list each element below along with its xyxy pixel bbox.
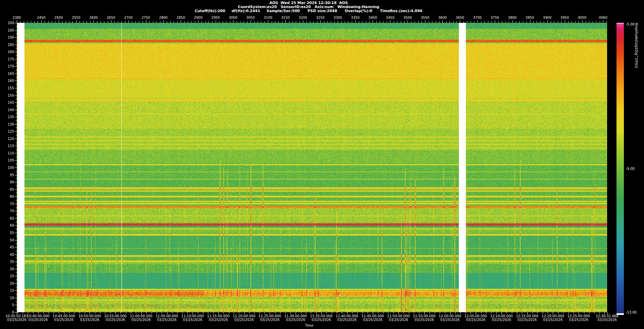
top-axis-tick-label: 2700 [124,16,132,19]
top-axis-tick-label: 3500 [404,16,412,19]
top-axis-tick-label: 3800 [508,16,517,19]
top-axis-tick-label: 3650 [456,16,464,19]
time-axis-tick-label: 12:25:00.000 03/25/2026 [568,314,590,322]
left-axis-tick-label: 130 [0,123,14,126]
top-axis-tick-label: 3900 [543,16,551,19]
left-axis-tick-label: 15 [0,289,14,292]
time-axis-tick-label: 11:00:00.000 03/25/2026 [130,314,152,322]
time-axis-tick-label: 10:40:00.000 03/25/2026 [27,314,49,322]
colorbar-tick-label: -9.00 [626,167,635,171]
top-axis-tick-label: 3350 [351,16,360,19]
time-axis-tick-label: 11:55:00.000 03/25/2026 [413,314,435,322]
time-axis-tick-label: 10:35:50.187 03/25/2026 [5,314,28,322]
time-axis-tick-label: 11:40:00.000 03/25/2026 [336,314,358,322]
left-axis-tick-label: 65 [0,217,14,220]
aos-spectrogram-window: AOS Wed 25 Mar 2026 12:30:18 AOS CoordSy… [0,0,644,329]
left-axis-tick-label: 140 [0,108,14,112]
left-axis-tick-label: 5 [0,303,14,307]
axes-ticks-layer [0,0,644,329]
left-axis-tick-label: 185 [0,43,14,47]
left-axis-tick-label: 135 [0,115,14,119]
left-axis-tick-label: 160 [0,79,14,83]
colorbar-tick-label: -5.00 [626,23,635,26]
left-axis-tick-label: 45 [0,246,14,249]
left-axis-tick-label: 50 [0,239,14,242]
time-axis-tick-label: 12:00:00.000 03/25/2026 [439,314,461,322]
left-axis-tick-label: 25 [0,275,14,278]
top-axis-tick-label: 3750 [491,16,499,19]
top-axis-tick-label: 2550 [72,16,80,19]
time-axis-tick-label: 11:50:00.000 03/25/2026 [387,314,410,322]
top-axis-tick-label: 3100 [264,16,272,19]
left-axis-tick-label: 200 [0,21,14,25]
time-axis-tick-label: 12:10:00.000 03/25/2026 [490,314,513,322]
left-axis-tick-label: 95 [0,174,14,177]
left-axis-tick-label: 40 [0,253,14,256]
left-axis-tick-label: 80 [0,195,14,198]
time-axis-tick-label: 12:20:00.000 03/25/2026 [542,314,564,322]
top-axis-tick-label: 2800 [159,16,167,19]
top-axis-tick-label: 2950 [211,16,220,19]
left-axis-tick-label: 0 [0,311,14,314]
time-axis-tick-label: 11:15:00.000 03/25/2026 [207,314,229,322]
time-axis-tick-label: 12:30:31.468 03/25/2026 [596,314,618,322]
top-axis-tick-label: 2750 [142,16,150,19]
top-axis-tick-label: 4060 [599,16,607,19]
colorbar [616,23,624,315]
left-axis-tick-label: 35 [0,260,14,264]
time-axis-tick-label: 12:15:00.000 03/25/2026 [516,314,538,322]
time-axis-tick-label: 11:35:00.000 03/25/2026 [310,314,332,322]
time-axis-tick-label: 10:55:00.000 03/25/2026 [104,314,126,322]
top-axis-tick-label: 3150 [281,16,289,19]
time-axis-tick-label: 11:05:00.000 03/25/2026 [156,314,178,322]
left-axis-tick-label: 155 [0,87,14,90]
left-axis-tick-label: 125 [0,130,14,133]
left-axis-tick-label: 70 [0,209,14,213]
top-axis-tick-label: 3400 [369,16,377,19]
time-axis-tick-label: 10:45:00.000 03/25/2026 [53,314,75,322]
left-axis-tick-label: 75 [0,202,14,206]
top-axis-tick-label: 2650 [107,16,115,19]
top-axis-tick-label: 3000 [229,16,237,19]
top-axis-tick-label: 2850 [176,16,185,19]
left-axis-tick-label: 85 [0,188,14,191]
top-axis-tick-label: 2450 [37,16,45,19]
top-axis-tick-label: 3450 [386,16,394,19]
time-axis-title: Time [305,324,313,327]
top-axis-tick-label: 2600 [89,16,98,19]
top-axis-tick-label: 3050 [246,16,255,19]
left-axis-tick-label: 30 [0,268,14,271]
left-axis-tick-label: 100 [0,166,14,170]
top-axis-tick-label: 3250 [316,16,325,19]
top-axis-tick-label: 2900 [194,16,202,19]
top-axis-tick-label: 3550 [421,16,429,19]
left-axis-tick-label: 20 [0,282,14,285]
time-axis-tick-label: 12:05:00.000 03/25/2026 [465,314,487,322]
time-axis-tick-label: 11:10:00.000 03/25/2026 [181,314,204,322]
left-axis-tick-label: 180 [0,50,14,54]
left-axis-tick-label: 170 [0,65,14,68]
left-axis-tick-label: 120 [0,137,14,141]
top-axis-tick-label: 3600 [438,16,447,19]
left-axis-tick-label: 190 [0,36,14,39]
top-axis-tick-label: 3850 [526,16,534,19]
top-axis-tick-label: 3700 [473,16,482,19]
left-axis-tick-label: 150 [0,94,14,97]
left-axis-tick-label: 145 [0,101,14,104]
left-axis-tick-label: 115 [0,144,14,148]
top-axis-tick-label: 3300 [334,16,342,19]
time-axis-tick-label: 11:25:00.000 03/25/2026 [259,314,281,322]
top-axis-tick-label: 3200 [299,16,307,19]
time-axis-tick-label: 10:50:00.000 03/25/2026 [78,314,101,322]
left-axis-tick-label: 105 [0,159,14,162]
time-axis-tick-label: 11:20:00.000 03/25/2026 [233,314,255,322]
left-axis-tick-label: 10 [0,296,14,300]
top-axis-tick-label: 2500 [54,16,63,19]
left-axis-tick-label: 110 [0,152,14,155]
left-axis-tick-label: 55 [0,231,14,235]
colorbar-axis-label: Amplitude(Log10(g^2/Hz)) [635,23,638,315]
left-axis-tick-label: 195 [0,29,14,32]
left-axis-tick-label: 60 [0,224,14,227]
time-axis-tick-label: 11:45:00.000 03/25/2026 [362,314,384,322]
time-axis-tick-label: 11:30:00.000 03/25/2026 [284,314,307,322]
